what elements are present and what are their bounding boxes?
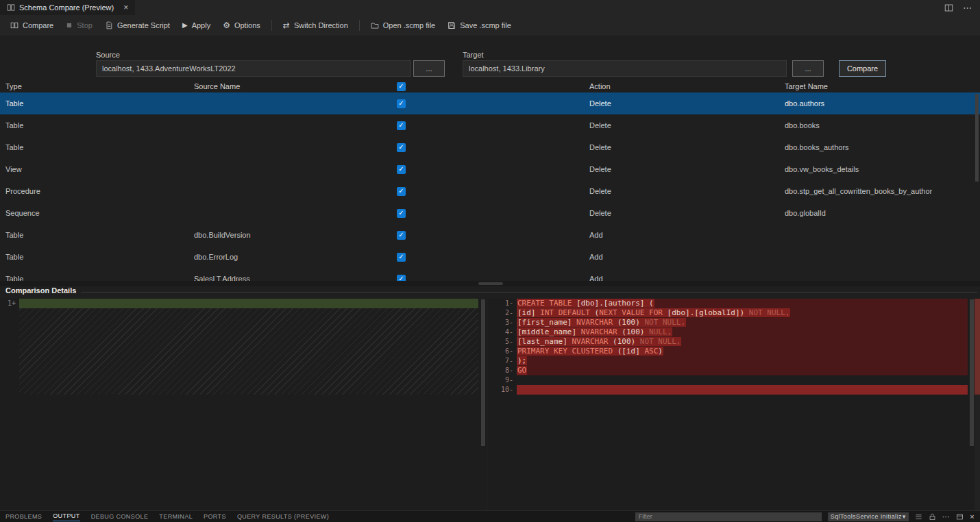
compare-button[interactable]: Compare: [4, 18, 60, 32]
row-type: Table: [0, 99, 194, 108]
schema-compare-icon: [7, 3, 15, 12]
apply-button[interactable]: ▶Apply: [176, 18, 217, 32]
diff-pane-source: 1+: [0, 299, 487, 510]
split-editor-icon[interactable]: [944, 3, 953, 12]
panel-tab-query-results-preview-[interactable]: QUERY RESULTS (PREVIEW): [237, 512, 329, 521]
maximize-panel-icon[interactable]: [956, 513, 964, 521]
table-row[interactable]: SequenceDeletedbo.globalId: [0, 202, 980, 224]
row-checkbox[interactable]: [397, 165, 406, 174]
toolbar-separator: [271, 20, 272, 31]
switch-direction-icon: ⇄: [283, 21, 290, 29]
row-checkbox[interactable]: [397, 275, 406, 282]
panel-splitter[interactable]: [0, 281, 980, 286]
row-type: Table: [0, 231, 194, 239]
tab-schema-compare[interactable]: Schema Compare (Preview) ×: [0, 0, 135, 15]
column-header-target-name[interactable]: Target Name: [785, 82, 980, 90]
row-type: Table: [0, 143, 194, 151]
panel-tab-problems[interactable]: PROBLEMS: [5, 512, 42, 521]
row-checkbox[interactable]: [397, 187, 406, 196]
row-checkbox[interactable]: [397, 253, 406, 262]
panel-tab-output[interactable]: OUTPUT: [53, 512, 79, 521]
table-row[interactable]: TableDeletedbo.books_authors: [0, 136, 980, 158]
line-number: 3-: [488, 318, 515, 327]
row-include-cell: [397, 275, 589, 282]
table-row[interactable]: TableSalesLT.AddressAdd: [0, 268, 980, 281]
source-browse-button[interactable]: ...: [413, 60, 445, 77]
line-number: 8-: [488, 366, 515, 375]
row-include-cell: [397, 187, 589, 196]
panel-tab-debug-console[interactable]: DEBUG CONSOLE: [91, 512, 149, 521]
open-file-icon: [371, 21, 379, 29]
row-include-cell: [397, 99, 589, 108]
more-actions-icon[interactable]: ⋯: [963, 3, 972, 13]
close-icon[interactable]: ×: [123, 3, 128, 12]
row-checkbox[interactable]: [397, 209, 406, 218]
column-header-type[interactable]: Type: [0, 82, 194, 90]
row-type: Table: [0, 121, 194, 129]
stop-button[interactable]: Stop: [60, 18, 99, 32]
save-scmp-file-button[interactable]: Save .scmp file: [441, 18, 517, 32]
close-panel-icon[interactable]: ×: [970, 512, 975, 521]
changed-text: );: [517, 356, 527, 365]
schema-compare-toolbar: CompareStopGenerate Script▶Apply⚙Options…: [0, 15, 980, 36]
switch-direction-button[interactable]: ⇄Switch Direction: [277, 18, 354, 32]
clear-output-icon[interactable]: [915, 513, 922, 521]
options-icon: ⚙: [223, 21, 230, 29]
source-input[interactable]: [96, 60, 411, 77]
output-channel-select[interactable]: SqlToolsService Initializ ▾: [828, 512, 909, 521]
table-row[interactable]: ProcedureDeletedbo.stp_get_all_cowritten…: [0, 180, 980, 202]
row-type: Table: [0, 275, 194, 281]
grid-scrollbar[interactable]: [975, 94, 979, 182]
row-action: Add: [589, 253, 785, 261]
results-grid-header: Type Source Name Action Target Name: [0, 80, 980, 92]
panel-tab-terminal[interactable]: TERMINAL: [159, 512, 193, 521]
row-action: Delete: [589, 187, 785, 195]
target-input[interactable]: [463, 60, 787, 77]
row-include-cell: [397, 121, 589, 130]
table-row[interactable]: TableDeletedbo.books: [0, 114, 980, 136]
row-action: Delete: [589, 99, 785, 108]
options-button[interactable]: ⚙Options: [217, 18, 267, 32]
target-browse-button[interactable]: ...: [792, 60, 824, 77]
table-row[interactable]: Tabledbo.ErrorLogAdd: [0, 246, 980, 268]
table-row[interactable]: Tabledbo.BuildVersionAdd: [0, 224, 980, 246]
more-panel-actions-icon[interactable]: ⋯: [942, 512, 950, 521]
overview-ruler: [975, 299, 980, 510]
toolbar-button-label: Compare: [23, 21, 53, 29]
toolbar-button-label: Apply: [192, 21, 211, 29]
row-checkbox[interactable]: [397, 121, 406, 130]
lock-scroll-icon[interactable]: [929, 513, 936, 521]
table-row[interactable]: TableDeletedbo.authors: [0, 92, 980, 114]
row-target-name: dbo.authors: [785, 99, 980, 108]
column-header-source-name[interactable]: Source Name: [194, 82, 397, 90]
row-include-cell: [397, 143, 589, 152]
diff-right-scrollbar[interactable]: [970, 299, 974, 446]
diff-right-gutter: 1-2-3-4-5-6-7-8-9-10-: [488, 299, 515, 510]
toolbar-separator: [359, 20, 360, 31]
column-header-action[interactable]: Action: [589, 82, 785, 90]
generate-script-button[interactable]: Generate Script: [99, 18, 176, 32]
code-line: [first_name] NVARCHAR (100) NOT NULL,: [517, 318, 968, 327]
details-divider: [81, 292, 977, 293]
open-scmp-file-button[interactable]: Open .scmp file: [365, 18, 441, 32]
compare-button[interactable]: Compare: [839, 60, 886, 77]
panel-tab-ports[interactable]: PORTS: [204, 512, 226, 521]
diff-left-scrollbar[interactable]: [481, 299, 485, 446]
generate-script-icon: [105, 21, 113, 29]
line-number: 1-: [488, 299, 515, 308]
output-filter-input[interactable]: [635, 512, 822, 521]
row-checkbox[interactable]: [397, 143, 406, 152]
row-type: View: [0, 165, 194, 173]
diff-empty-filler: [19, 308, 478, 395]
table-row[interactable]: ViewDeletedbo.vw_books_details: [0, 158, 980, 180]
select-all-checkbox[interactable]: [397, 82, 406, 91]
row-checkbox[interactable]: [397, 99, 406, 108]
row-type: Sequence: [0, 209, 194, 217]
source-label: Source: [96, 51, 120, 59]
row-include-cell: [397, 165, 589, 174]
row-action: Delete: [589, 209, 785, 217]
splitter-handle-icon: [478, 282, 503, 285]
row-type: Procedure: [0, 187, 194, 195]
line-number: 1+: [0, 299, 18, 308]
row-checkbox[interactable]: [397, 231, 406, 240]
